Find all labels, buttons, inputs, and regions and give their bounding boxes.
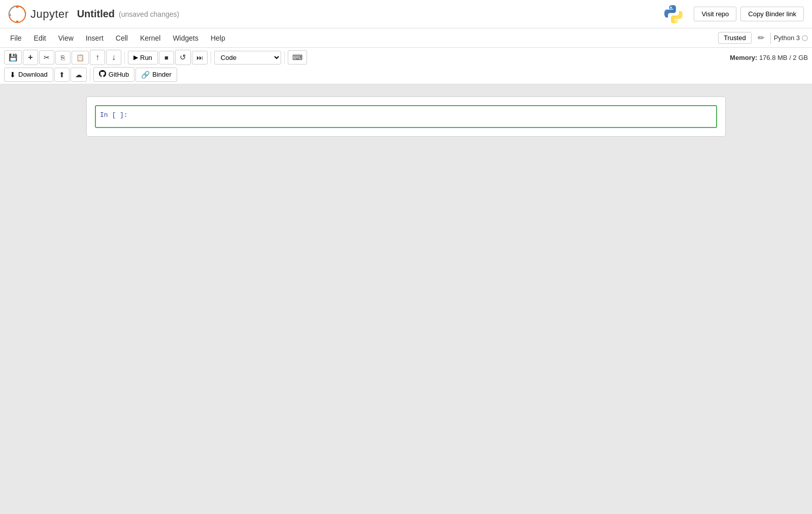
toolbar-sep-2 xyxy=(211,51,211,63)
binder-button[interactable]: 🔗 Binder xyxy=(136,68,177,82)
stop-icon: ■ xyxy=(164,54,168,61)
toolbar-sep-3 xyxy=(284,51,285,63)
menu-widgets[interactable]: Widgets xyxy=(166,32,205,44)
download-alt-button[interactable]: ⬆ xyxy=(54,68,70,82)
toolbar-sep-1 xyxy=(124,51,125,63)
paste-button[interactable]: 📋 xyxy=(72,51,89,65)
binder-icon: 🔗 xyxy=(141,71,150,79)
copy-icon: ⎘ xyxy=(61,54,65,61)
menu-insert[interactable]: Insert xyxy=(80,32,110,44)
notebook-title: Untitled xyxy=(77,8,115,20)
menu-edit[interactable]: Edit xyxy=(28,32,52,44)
top-header: Jupyter Untitled (unsaved changes) Visit… xyxy=(0,0,812,28)
save-icon: 💾 xyxy=(9,53,17,61)
notebook-area: In [ ]: xyxy=(86,97,726,137)
toolbar-row-1: 💾 + ✂ ⎘ 📋 ↑ ↓ ▶ Run ■ ↺ ⏭ xyxy=(4,50,808,65)
cut-icon: ✂ xyxy=(44,53,50,61)
upload-button[interactable]: ☁ xyxy=(71,68,87,82)
download-label: Download xyxy=(18,71,48,78)
upload-icon: ☁ xyxy=(75,71,82,79)
move-down-button[interactable]: ↓ xyxy=(106,50,121,65)
memory-value: 176.8 MB / 2 GB xyxy=(759,54,808,61)
download-icon: ⬇ xyxy=(10,71,16,79)
jupyter-logo-icon xyxy=(8,5,26,23)
code-cell[interactable]: In [ ]: xyxy=(95,105,717,128)
fast-forward-button[interactable]: ⏭ xyxy=(192,51,208,65)
logo-area: Jupyter xyxy=(8,5,69,23)
stop-button[interactable]: ■ xyxy=(159,51,174,65)
memory-label-bold: Memory: xyxy=(730,54,757,61)
menu-help[interactable]: Help xyxy=(205,32,231,44)
kernel-label: Python 3 xyxy=(774,34,800,42)
download-button[interactable]: ⬇ Download xyxy=(4,68,53,82)
keyboard-shortcuts-button[interactable]: ⌨ xyxy=(288,50,307,65)
menu-file[interactable]: File xyxy=(4,32,28,44)
cell-input[interactable] xyxy=(142,106,716,127)
download-alt-icon: ⬆ xyxy=(59,71,65,79)
binder-label: Binder xyxy=(152,71,172,78)
menu-bar: File Edit View Insert Cell Kernel Widget… xyxy=(0,28,812,48)
toolbar: 💾 + ✂ ⎘ 📋 ↑ ↓ ▶ Run ■ ↺ ⏭ xyxy=(0,48,812,84)
move-up-button[interactable]: ↑ xyxy=(90,50,105,65)
python-logo-icon xyxy=(663,4,684,24)
paste-icon: 📋 xyxy=(76,54,84,61)
main-content: In [ ]: xyxy=(0,84,812,514)
jupyter-wordmark: Jupyter xyxy=(30,8,69,21)
menu-view[interactable]: View xyxy=(52,32,80,44)
github-label: GitHub xyxy=(109,71,129,78)
cell-prompt: In [ ]: xyxy=(96,106,142,127)
copy-binder-button[interactable]: Copy Binder link xyxy=(740,7,804,21)
toolbar-row-2: ⬇ Download ⬆ ☁ GitHub 🔗 Binder xyxy=(4,66,808,82)
run-play-icon: ▶ xyxy=(133,54,138,61)
toolbar-sep-4 xyxy=(90,69,90,81)
move-down-icon: ↓ xyxy=(112,53,116,62)
run-label: Run xyxy=(140,54,152,61)
github-icon xyxy=(99,70,106,79)
kernel-status-icon xyxy=(802,35,808,41)
run-button[interactable]: ▶ Run xyxy=(128,51,158,65)
svg-point-1 xyxy=(16,5,18,8)
menu-divider xyxy=(770,33,771,44)
save-button[interactable]: 💾 xyxy=(4,50,22,65)
menu-cell[interactable]: Cell xyxy=(110,32,134,44)
add-icon: + xyxy=(28,53,32,62)
trusted-button[interactable]: Trusted xyxy=(718,32,752,44)
fast-forward-icon: ⏭ xyxy=(196,54,203,61)
keyboard-icon: ⌨ xyxy=(292,53,302,61)
restart-button[interactable]: ↺ xyxy=(175,50,191,65)
visit-repo-button[interactable]: Visit repo xyxy=(694,7,736,21)
svg-point-2 xyxy=(16,20,18,23)
restart-icon: ↺ xyxy=(180,53,186,62)
memory-label: Memory: 176.8 MB / 2 GB xyxy=(730,54,808,61)
copy-button[interactable]: ⎘ xyxy=(55,51,71,65)
cut-button[interactable]: ✂ xyxy=(39,50,54,65)
menu-kernel[interactable]: Kernel xyxy=(134,32,166,44)
edit-pencil-icon[interactable]: ✏ xyxy=(755,32,767,44)
svg-point-3 xyxy=(9,14,11,16)
add-cell-button[interactable]: + xyxy=(23,50,38,65)
github-button[interactable]: GitHub xyxy=(93,67,134,82)
unsaved-label: (unsaved changes) xyxy=(119,10,179,18)
cell-type-dropdown[interactable]: Code Markdown Raw NBConvert xyxy=(214,51,281,65)
move-up-icon: ↑ xyxy=(95,53,99,62)
